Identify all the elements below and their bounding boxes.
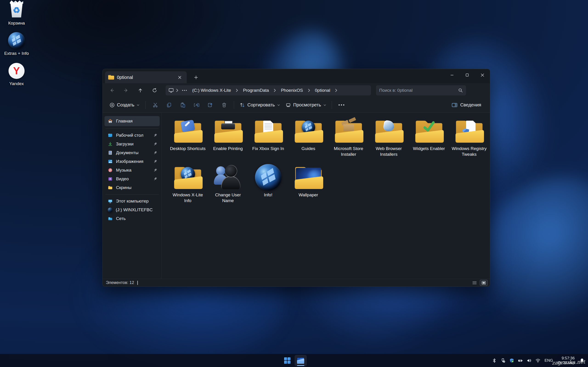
divider	[105, 128, 159, 129]
divider	[105, 194, 159, 194]
command-bar: Создать A Сортировать Просмот	[103, 98, 490, 113]
blue-orb-icon	[8, 32, 26, 50]
windows-start-icon	[284, 357, 291, 365]
desktop-icon-label: Extras + Info	[4, 51, 29, 56]
share-icon[interactable]	[204, 100, 216, 110]
breadcrumb-segment-drive[interactable]: (C:) Windows X-Lite	[190, 87, 234, 94]
folder-icon	[108, 185, 113, 190]
pin-icon	[153, 133, 157, 137]
file-item-info[interactable]: Info!	[248, 164, 288, 209]
titlebar[interactable]: 0ptional	[103, 69, 490, 83]
file-item-windows-registry-tweaks[interactable]: Windows Registry Tweaks	[449, 117, 489, 162]
address-bar[interactable]: (C:) Windows X-Lite ProgramData PhoenixO…	[166, 85, 371, 95]
copy-icon[interactable]	[163, 100, 175, 110]
sidebar-item-pictures[interactable]: Изображения	[104, 157, 160, 166]
search-box[interactable]	[376, 85, 466, 95]
refresh-icon[interactable]	[149, 85, 161, 95]
close-button[interactable]	[475, 69, 490, 81]
search-icon[interactable]	[458, 88, 463, 93]
desktop-icon-yandex[interactable]: Y Yandex	[2, 62, 31, 86]
navigation-bar: (C:) Windows X-Lite ProgramData PhoenixO…	[103, 83, 490, 98]
sidebar-item-desktop[interactable]: Рабочий стол	[104, 131, 160, 140]
folder-icon	[173, 118, 203, 144]
cut-icon[interactable]	[149, 100, 161, 110]
large-icons-view-button[interactable]	[480, 280, 488, 286]
folder-icon	[173, 165, 203, 190]
pin-icon	[153, 177, 157, 181]
security-shield-icon[interactable]	[508, 356, 516, 365]
sidebar-item-downloads[interactable]: Загрузки	[104, 140, 160, 148]
maximize-button[interactable]	[460, 69, 475, 81]
rename-icon[interactable]: A	[191, 100, 203, 110]
folder-icon	[454, 118, 484, 144]
back-icon[interactable]	[106, 85, 118, 95]
file-item-fix-xbox-sign-in[interactable]: Fix Xbox Sign In	[248, 117, 288, 162]
minimize-button[interactable]	[444, 69, 460, 81]
search-input[interactable]	[379, 88, 458, 93]
up-icon[interactable]	[134, 85, 146, 95]
network-icon	[108, 216, 113, 221]
sidebar-item-network[interactable]: Сеть	[104, 214, 160, 223]
folder-icon	[213, 118, 243, 144]
details-pane-button[interactable]: Сведения	[449, 100, 484, 110]
chevron-right-icon	[235, 89, 239, 92]
language-indicator[interactable]: ENG	[543, 358, 555, 363]
sidebar-item-videos[interactable]: Видео	[104, 175, 160, 183]
file-item-widgets-enabler[interactable]: Widgets Enabler	[409, 117, 449, 162]
videos-icon	[108, 176, 113, 181]
sidebar-item-this-pc[interactable]: Этот компьютер	[104, 197, 160, 206]
file-item-desktop-shortcuts[interactable]: Desktop Shortcuts	[168, 117, 208, 162]
sort-button[interactable]: Сортировать	[237, 100, 283, 110]
breadcrumb-overflow-icon[interactable]	[180, 90, 189, 91]
desktop-folder-icon	[108, 133, 113, 138]
file-item-guides[interactable]: Guides	[288, 117, 329, 162]
sidebar-item-home[interactable]: Главная	[104, 116, 160, 126]
tab-close-icon[interactable]	[176, 73, 183, 81]
sidebar-item-screens[interactable]: Скрины	[104, 183, 160, 192]
chevron-right-icon	[334, 89, 338, 92]
folder-icon	[293, 165, 324, 190]
forward-icon[interactable]	[120, 85, 132, 95]
clock-time: 9:57:36	[558, 356, 575, 361]
file-item-microsoft-store-installer[interactable]: Microsoft Store Installer	[329, 117, 369, 162]
delete-icon[interactable]	[218, 100, 230, 110]
notifications-bell-icon[interactable]	[578, 356, 587, 365]
taskbar-file-explorer-button[interactable]	[295, 355, 307, 366]
battery-charging-icon[interactable]	[517, 356, 524, 365]
tab-title: 0ptional	[117, 75, 173, 80]
file-item-change-user-name[interactable]: Change User Name	[208, 164, 248, 209]
folder-icon	[374, 118, 404, 144]
breadcrumb-segment-current[interactable]: 0ptional	[312, 87, 333, 94]
file-item-web-browser-installers[interactable]: Web Browser Installers	[369, 117, 409, 162]
usb-device-icon[interactable]	[499, 356, 507, 365]
desktop-icon-list: ♻ Корзина Extras + Info Y Yandex	[2, 1, 31, 92]
start-button[interactable]	[281, 355, 293, 366]
chevron-right-icon	[307, 89, 311, 92]
desktop-icon-label: Корзина	[8, 21, 25, 26]
items-count: Элементов: 12	[106, 280, 134, 285]
new-button[interactable]: Создать	[106, 100, 143, 110]
file-item-wallpaper[interactable]: Wallpaper	[288, 164, 329, 209]
breadcrumb-segment[interactable]: ProgramData	[240, 87, 272, 94]
more-options-icon[interactable]	[336, 100, 347, 110]
desktop-icon-label: Yandex	[9, 81, 24, 86]
wifi-icon[interactable]	[534, 356, 542, 365]
sidebar-item-music[interactable]: Музыка	[104, 166, 160, 175]
file-item-enable-printing[interactable]: Enable Printing	[208, 117, 248, 162]
desktop-icon-recycle-bin[interactable]: ♻ Корзина	[2, 1, 31, 26]
file-grid: Desktop Shortcuts Enable Printing Fix Xb…	[162, 113, 490, 279]
desktop-icon-extras-info[interactable]: Extras + Info	[2, 32, 31, 56]
clock[interactable]: 9:57:36 Пт 20 мар	[556, 356, 577, 365]
file-item-windows-x-lite-info[interactable]: Windows X-Lite Info	[168, 164, 208, 209]
volume-icon[interactable]	[525, 356, 533, 365]
details-view-button[interactable]	[471, 280, 478, 286]
bluetooth-icon[interactable]	[490, 356, 498, 365]
divider	[137, 281, 138, 285]
view-button[interactable]: Просмотреть	[283, 100, 329, 110]
sidebar-item-drive-j[interactable]: (J:) WINXLITEFBC	[104, 206, 160, 214]
new-tab-button[interactable]	[191, 73, 200, 81]
sidebar-item-documents[interactable]: Документы	[104, 148, 160, 157]
tab-0ptional[interactable]: 0ptional	[105, 71, 187, 83]
paste-icon[interactable]	[177, 100, 189, 110]
breadcrumb-segment[interactable]: PhoenixOS	[278, 87, 306, 94]
